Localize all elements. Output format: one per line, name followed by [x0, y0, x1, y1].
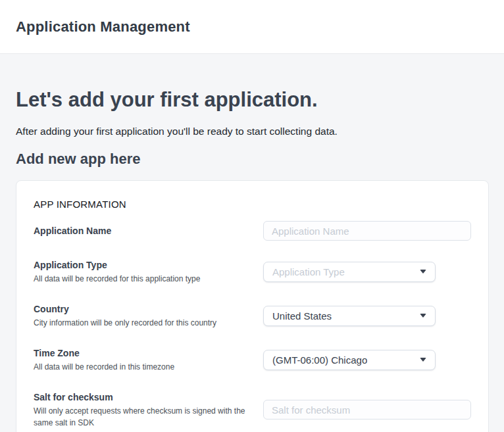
field-meta: Country City information will be only re… [34, 302, 261, 329]
dropdown-placeholder-text: Application Type [272, 266, 345, 277]
field-meta: Application Name [34, 224, 261, 237]
page-title: Application Management [16, 18, 190, 36]
app-information-section-title: APP INFORMATION [34, 198, 471, 211]
salt-for-checksum-helper: Will only accept requests where checksum… [34, 405, 261, 429]
country-helper: City information will be only recorded f… [34, 317, 261, 329]
field-control: United States [263, 306, 471, 326]
time-zone-dropdown[interactable]: (GMT-06:00) Chicago [263, 350, 436, 370]
country-label: Country [34, 302, 261, 316]
caret-down-icon [420, 270, 426, 274]
field-meta: Salt for checksum Will only accept reque… [34, 391, 261, 429]
hero-subheading: After adding your first application you'… [16, 124, 488, 139]
hero-heading: Let's add your first application. [16, 87, 488, 112]
main-content: Let's add your first application. After … [0, 54, 504, 432]
application-name-label: Application Name [34, 224, 261, 237]
add-app-card: APP INFORMATION Application Name Applica… [16, 180, 489, 432]
add-new-app-heading: Add new app here [16, 149, 488, 169]
field-meta: Time Zone All data will be recorded in t… [34, 347, 261, 373]
field-meta: Application Type All data will be record… [34, 258, 261, 285]
form-row-application-name: Application Name [34, 221, 471, 241]
time-zone-label: Time Zone [34, 347, 261, 360]
application-type-dropdown[interactable]: Application Type [263, 262, 436, 282]
form-row-country: Country City information will be only re… [34, 302, 471, 329]
app-header: Application Management [0, 0, 504, 54]
field-control: (GMT-06:00) Chicago [263, 350, 471, 370]
page: Application Management Let's add your fi… [0, 0, 504, 432]
application-type-label: Application Type [34, 258, 261, 272]
application-name-input[interactable] [263, 221, 471, 241]
dropdown-value-text: (GMT-06:00) Chicago [272, 354, 367, 366]
dropdown-value-text: United States [272, 310, 332, 322]
field-control: Application Type [263, 262, 471, 282]
form-row-salt-for-checksum: Salt for checksum Will only accept reque… [34, 391, 471, 429]
salt-for-checksum-label: Salt for checksum [34, 391, 261, 404]
form-row-time-zone: Time Zone All data will be recorded in t… [34, 347, 471, 373]
time-zone-helper: All data will be recorded in this timezo… [34, 361, 261, 373]
application-type-helper: All data will be recorded for this appli… [34, 273, 261, 285]
form-row-application-type: Application Type All data will be record… [34, 258, 471, 285]
field-control [263, 400, 471, 420]
field-control [263, 221, 471, 241]
salt-for-checksum-input[interactable] [263, 400, 471, 420]
caret-down-icon [420, 358, 426, 362]
caret-down-icon [420, 314, 426, 318]
country-dropdown[interactable]: United States [263, 306, 436, 326]
